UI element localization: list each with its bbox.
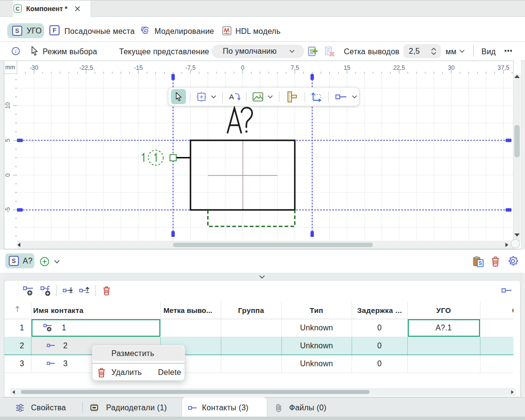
- svg-text:22,5: 22,5: [393, 64, 405, 71]
- svg-text:-5: -5: [4, 207, 11, 213]
- svg-text:-22,5: -22,5: [79, 64, 93, 71]
- svg-text:7,5: 7,5: [291, 64, 299, 71]
- svg-text:37,5: 37,5: [497, 64, 509, 71]
- svg-text:A: A: [229, 93, 234, 101]
- svg-text:-30: -30: [30, 64, 38, 71]
- svg-text:i: i: [15, 48, 16, 54]
- svg-text:15: 15: [343, 64, 350, 71]
- svg-text:10: 10: [4, 102, 11, 109]
- svg-text:-15: -15: [134, 64, 143, 71]
- svg-text:0: 0: [241, 64, 245, 71]
- svg-text:5: 5: [4, 139, 11, 142]
- svg-text:-7,5: -7,5: [185, 64, 196, 71]
- svg-text:0: 0: [4, 173, 11, 177]
- svg-text:S: S: [479, 261, 482, 266]
- svg-text:30: 30: [448, 64, 455, 71]
- svg-text:mm: mm: [5, 64, 15, 71]
